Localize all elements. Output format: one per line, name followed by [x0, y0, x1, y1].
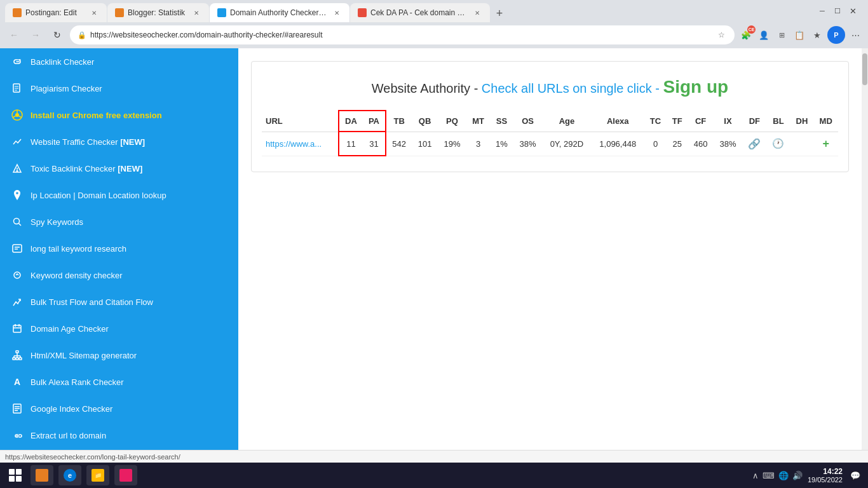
- collections-button[interactable]: 📋: [792, 27, 807, 43]
- signup-text[interactable]: Sign up: [663, 77, 729, 97]
- bl-history-icon: 🕐: [772, 138, 784, 149]
- td-df[interactable]: 🔗: [742, 132, 766, 156]
- svg-point-12: [16, 192, 18, 194]
- maximize-button[interactable]: ☐: [832, 6, 843, 16]
- td-pa: 31: [363, 132, 386, 156]
- taskbar-files[interactable]: 📁: [86, 465, 109, 485]
- scrollbar-track[interactable]: [862, 48, 868, 450]
- tab-postingan-edit[interactable]: Postingan: Edit ✕: [5, 3, 107, 22]
- reload-button[interactable]: ↻: [48, 26, 66, 44]
- sidebar-item-google-index[interactable]: Google Index Checker: [0, 395, 238, 422]
- sidebar-item-bulk-alexa[interactable]: A Bulk Alexa Rank Checker: [0, 369, 238, 395]
- tab-close-1[interactable]: ✕: [89, 8, 99, 18]
- taskbar-app-4[interactable]: [114, 465, 137, 485]
- tab-domain-authority[interactable]: Domain Authority Checker – DA ✕: [210, 3, 349, 22]
- tab-close-3[interactable]: ✕: [332, 8, 342, 18]
- profile-button[interactable]: 👤: [756, 27, 771, 43]
- tray-up-arrow[interactable]: ∧: [752, 471, 759, 480]
- sidebar-label-spy: Spy Keywords: [31, 217, 83, 227]
- sidebar-label-chrome: Install our Chrome free extension: [31, 111, 162, 120]
- sidebar-item-website-traffic[interactable]: Website Traffic Checker [NEW]: [0, 128, 238, 155]
- clock[interactable]: 14:22 19/05/2022: [808, 467, 843, 484]
- minimize-button[interactable]: ─: [817, 6, 827, 16]
- edge-panda-button[interactable]: P: [827, 26, 845, 44]
- tray-icons: ∧ ⌨ 🌐 🔊: [752, 471, 803, 480]
- more-tools-button[interactable]: ⋯: [848, 27, 863, 43]
- sidebar-item-bulk-trust[interactable]: Bulk Trust Flow and Citation Flow: [0, 288, 238, 315]
- sidebar-item-sitemap[interactable]: Html/XML Sitemap generator: [0, 342, 238, 369]
- scrollbar-thumb[interactable]: [862, 53, 867, 85]
- extensions-button[interactable]: 🧩 CE: [738, 27, 754, 43]
- taskbar-files-icon: 📁: [92, 469, 104, 482]
- sidebar-label-ip: Ip Location | Domain Location lookup: [31, 191, 166, 200]
- tab-favicon-4: [358, 8, 367, 17]
- backlink-icon: [10, 55, 24, 69]
- trust-icon: [10, 295, 24, 309]
- td-mt: 3: [466, 132, 490, 156]
- sidebar-item-ip-location[interactable]: Ip Location | Domain Location lookup: [0, 182, 238, 208]
- ce-badge: CE: [747, 25, 756, 34]
- reading-mode-button[interactable]: ⊞: [774, 27, 789, 43]
- address-bar[interactable]: 🔒 https://websiteseochecker.com/domain-a…: [70, 25, 735, 44]
- th-url: URL: [262, 111, 339, 132]
- tab-close-2[interactable]: ✕: [191, 8, 201, 18]
- sidebar-label-long-tail: long tail keyword research: [31, 244, 126, 254]
- td-md[interactable]: +: [813, 132, 838, 156]
- windows-start-button[interactable]: [5, 465, 25, 485]
- address-bar-row: ← → ↻ 🔒 https://websiteseochecker.com/do…: [0, 22, 868, 48]
- th-ss: SS: [490, 111, 513, 132]
- th-tf: TF: [667, 111, 688, 132]
- favorites-button[interactable]: ★: [810, 27, 825, 43]
- taskbar: e 📁 ∧ ⌨ 🌐 🔊 14:22 19/05/2022 💬: [0, 463, 868, 488]
- new-tab-button[interactable]: +: [491, 4, 508, 22]
- taskbar-edge-1[interactable]: [31, 465, 53, 485]
- sidebar-item-toxic-backlink[interactable]: Toxic Backlink Checker [NEW]: [0, 155, 238, 182]
- clock-date: 19/05/2022: [808, 476, 843, 484]
- google-index-icon: [10, 402, 24, 416]
- star-icon[interactable]: ☆: [715, 29, 727, 41]
- calendar-icon: [10, 322, 24, 336]
- svg-line-8: [13, 116, 16, 118]
- svg-rect-15: [13, 245, 22, 252]
- authority-table: URL DA PA TB QB PQ MT SS OS Age Alexa TC: [262, 110, 838, 156]
- sidebar-label-toxic: Toxic Backlink Checker [NEW]: [31, 164, 142, 173]
- td-url[interactable]: https://www.a...: [262, 132, 339, 156]
- spy-icon: [10, 215, 24, 229]
- tray-volume[interactable]: 🔊: [792, 471, 803, 480]
- th-alexa: Alexa: [591, 111, 644, 132]
- notification-button[interactable]: 💬: [848, 468, 863, 483]
- sidebar-label-extract: Extract url to domain: [31, 431, 106, 440]
- tab-blogger-statistik[interactable]: Blogger: Statistik ✕: [107, 3, 209, 22]
- density-icon: [10, 268, 24, 282]
- forward-button[interactable]: →: [27, 26, 44, 44]
- taskbar-edge-2[interactable]: e: [58, 465, 81, 485]
- td-tc: 0: [644, 132, 667, 156]
- windows-icon: [9, 469, 22, 482]
- check-all-link[interactable]: Check all URLs on single click -: [482, 81, 663, 95]
- th-mt: MT: [466, 111, 490, 132]
- sidebar-item-backlink-checker[interactable]: Backlink Checker: [0, 48, 238, 75]
- title-static: Website Authority -: [372, 81, 482, 95]
- tab-close-4[interactable]: ✕: [472, 8, 482, 18]
- back-button[interactable]: ←: [5, 26, 23, 44]
- md-plus-icon[interactable]: +: [822, 137, 829, 150]
- tray-keyboard[interactable]: ⌨: [763, 471, 775, 480]
- td-dh: [790, 132, 814, 156]
- sidebar-label-backlink: Backlink Checker: [31, 57, 94, 67]
- sidebar-item-plagiarism[interactable]: Plagiarism Checker: [0, 75, 238, 102]
- sidebar-item-chrome-extension[interactable]: Install our Chrome free extension: [0, 102, 238, 128]
- tab-cek-da-pa[interactable]: Cek DA PA - Cek domain autho... ✕: [350, 3, 490, 22]
- sidebar-item-keyword-density[interactable]: Keyword density checker: [0, 262, 238, 288]
- sidebar-item-long-tail[interactable]: long tail keyword research: [0, 235, 238, 262]
- close-button[interactable]: ✕: [848, 6, 858, 16]
- td-pq: 19%: [438, 132, 466, 156]
- th-os: OS: [513, 111, 542, 132]
- sidebar-label-plagiarism: Plagiarism Checker: [31, 84, 102, 93]
- sidebar-item-domain-age[interactable]: Domain Age Checker: [0, 315, 238, 342]
- address-icons: ☆: [715, 29, 727, 41]
- svg-line-7: [19, 116, 22, 118]
- sidebar-item-spy-keywords[interactable]: Spy Keywords: [0, 208, 238, 235]
- tray-network[interactable]: 🌐: [778, 471, 789, 480]
- sidebar-item-extract-url[interactable]: Extract url to domain: [0, 422, 238, 449]
- df-link-icon[interactable]: 🔗: [748, 139, 761, 149]
